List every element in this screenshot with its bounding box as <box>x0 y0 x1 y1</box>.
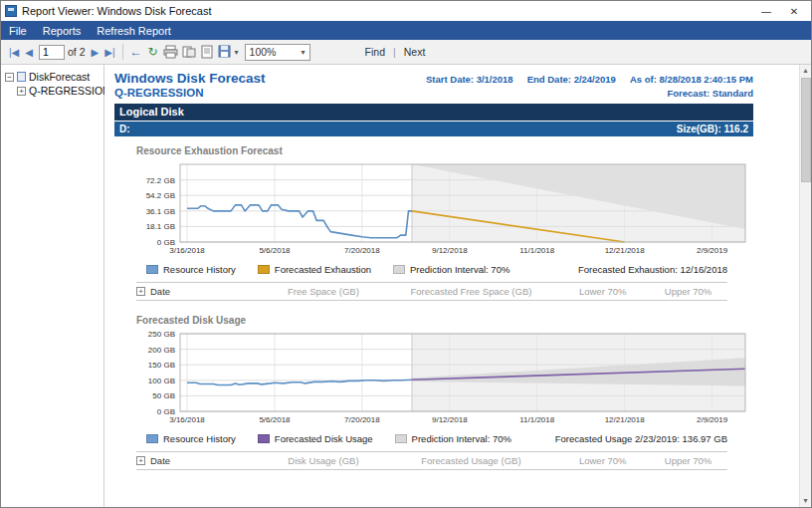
find-button[interactable]: Find <box>365 46 385 58</box>
svg-text:36.1 GB: 36.1 GB <box>146 207 175 216</box>
report-subtitle: Q-REGRESSION <box>114 87 203 99</box>
report-title: Windows Disk Forecast <box>114 71 265 86</box>
tree-node-diskforecast[interactable]: − DiskForecast <box>1 70 103 84</box>
legend-item: Resource History <box>146 433 236 444</box>
disk-row-header: D: Size(GB): 116.2 <box>114 122 753 136</box>
svg-text:3/16/2018: 3/16/2018 <box>169 246 205 255</box>
resource-exhaustion-section: Resource Exhaustion Forecast 0 GB18.1 GB… <box>114 145 753 301</box>
resource-exhaustion-chart: 0 GB18.1 GB36.1 GB54.2 GB72.2 GB3/16/201… <box>128 158 753 262</box>
end-date-label: End Date: 2/24/2019 <box>527 74 616 85</box>
report-toolbar: |◀ ◀ of 2 ▶ ▶| ← ↻ ▾ 100% <box>1 40 811 65</box>
svg-text:9/12/2018: 9/12/2018 <box>432 415 468 424</box>
expand-table-icon[interactable]: + <box>136 456 145 465</box>
column-header: Upper 70% <box>649 286 727 297</box>
svg-text:2/9/2019: 2/9/2019 <box>697 246 728 255</box>
start-date-label: Start Date: 3/1/2018 <box>426 74 513 85</box>
scroll-up-icon[interactable]: ▲ <box>800 65 811 77</box>
forecasted-usage-annotation: Forecasted Usage 2/23/2019: 136.97 GB <box>555 433 727 444</box>
page-number-input[interactable] <box>39 45 65 60</box>
title-bar: Report Viewer: Windows Disk Forecast — ✕ <box>1 1 811 21</box>
tree-node-label: Q-REGRESSION <box>29 85 110 97</box>
export-dropdown-caret[interactable]: ▾ <box>235 48 239 57</box>
disk-usage-chart: 0 GB50 GB100 GB150 GB200 GB250 GB3/16/20… <box>128 328 753 431</box>
vertical-scrollbar[interactable]: ▲ ▼ <box>799 65 811 507</box>
column-header: Upper 70% <box>649 455 727 466</box>
svg-text:100 GB: 100 GB <box>148 377 175 385</box>
expand-icon[interactable]: + <box>17 87 26 96</box>
legend-label: Forecasted Exhaustion <box>275 264 371 275</box>
report-pane: Windows Disk Forecast Start Date: 3/1/20… <box>104 65 811 507</box>
legend-item: Resource History <box>146 264 236 275</box>
back-button[interactable]: ← <box>127 44 145 60</box>
zoom-select[interactable]: 100% ▾ <box>245 44 310 61</box>
legend-item: Prediction Interval: 70% <box>393 264 509 275</box>
minimize-button[interactable]: — <box>753 6 779 17</box>
menu-reports[interactable]: Reports <box>35 23 90 39</box>
find-next-button[interactable]: Next <box>404 46 426 58</box>
export-icon[interactable] <box>218 45 233 59</box>
svg-text:7/20/2018: 7/20/2018 <box>344 246 380 255</box>
menu-bar: File Reports Refresh Report <box>1 21 811 40</box>
column-header: Forecasted Usage (GB) <box>386 455 557 466</box>
zoom-caret: ▾ <box>302 48 305 57</box>
print-icon[interactable] <box>163 45 178 59</box>
prev-page-button[interactable]: ◀ <box>22 46 36 59</box>
svg-text:12/21/2018: 12/21/2018 <box>605 246 646 255</box>
tree-node-label: DiskForecast <box>29 71 90 83</box>
svg-text:150 GB: 150 GB <box>148 361 175 370</box>
tree-node-q-regression[interactable]: + Q-REGRESSION <box>1 84 103 98</box>
menu-file[interactable]: File <box>1 23 35 39</box>
close-button[interactable]: ✕ <box>781 6 807 17</box>
svg-text:9/12/2018: 9/12/2018 <box>432 246 468 255</box>
disk-size: Size(GB): 116.2 <box>677 124 748 134</box>
column-header-date: Date <box>150 286 170 297</box>
svg-text:2/9/2019: 2/9/2019 <box>697 415 728 424</box>
page-setup-icon[interactable] <box>200 45 214 59</box>
report-viewer-window: Report Viewer: Windows Disk Forecast — ✕… <box>0 0 812 508</box>
disk-name: D: <box>119 124 130 134</box>
scroll-down-icon[interactable]: ▼ <box>800 495 811 507</box>
forecasted-exhaustion-annotation: Forecasted Exhaustion: 12/16/2018 <box>578 264 727 275</box>
column-header: Free Space (GB) <box>261 286 385 297</box>
app-icon <box>5 5 17 17</box>
column-header: Disk Usage (GB) <box>261 455 385 466</box>
forecast-type-label: Forecast: Standard <box>667 88 753 99</box>
svg-text:5/6/2018: 5/6/2018 <box>259 246 291 255</box>
svg-text:72.2 GB: 72.2 GB <box>146 176 175 185</box>
refresh-icon[interactable]: ↻ <box>145 44 161 60</box>
legend-swatch-exhaustion <box>258 265 270 274</box>
last-page-button[interactable]: ▶| <box>102 46 117 59</box>
svg-text:3/16/2018: 3/16/2018 <box>169 415 205 424</box>
legend-item: Forecasted Exhaustion <box>258 264 371 275</box>
column-header: Forecasted Free Space (GB) <box>386 286 557 297</box>
find-next-divider: | <box>393 46 396 58</box>
collapse-icon[interactable]: − <box>5 73 14 82</box>
svg-text:200 GB: 200 GB <box>148 346 175 355</box>
legend-label: Prediction Interval: 70% <box>410 264 509 275</box>
next-page-button[interactable]: ▶ <box>89 46 102 59</box>
column-header-date: Date <box>150 455 170 466</box>
print-layout-icon[interactable] <box>182 45 196 59</box>
svg-text:50 GB: 50 GB <box>152 391 175 400</box>
zoom-value: 100% <box>250 46 277 58</box>
page-count-label: of 2 <box>68 46 86 58</box>
chart-title: Forecasted Disk Usage <box>136 315 753 326</box>
svg-text:18.1 GB: 18.1 GB <box>146 222 175 231</box>
legend-swatch-history <box>146 265 158 274</box>
chart-title: Resource Exhaustion Forecast <box>136 145 753 156</box>
scrollbar-thumb[interactable] <box>801 78 811 182</box>
menu-refresh-report[interactable]: Refresh Report <box>89 23 179 39</box>
chart-legend: Resource History Forecasted Exhaustion P… <box>146 264 727 275</box>
svg-text:7/20/2018: 7/20/2018 <box>344 415 380 424</box>
legend-swatch-usage <box>258 434 270 443</box>
svg-text:12/21/2018: 12/21/2018 <box>605 415 646 424</box>
expand-table-icon[interactable]: + <box>136 287 145 296</box>
svg-text:5/6/2018: 5/6/2018 <box>259 415 291 424</box>
legend-label: Prediction Interval: 70% <box>412 433 511 444</box>
legend-item: Prediction Interval: 70% <box>395 433 511 444</box>
as-of-label: As of: 8/28/2018 2:40:15 PM <box>630 74 753 85</box>
window-title: Report Viewer: Windows Disk Forecast <box>22 5 212 17</box>
logical-disk-header: Logical Disk <box>114 104 753 121</box>
first-page-button[interactable]: |◀ <box>6 46 22 59</box>
legend-label: Resource History <box>163 433 236 444</box>
